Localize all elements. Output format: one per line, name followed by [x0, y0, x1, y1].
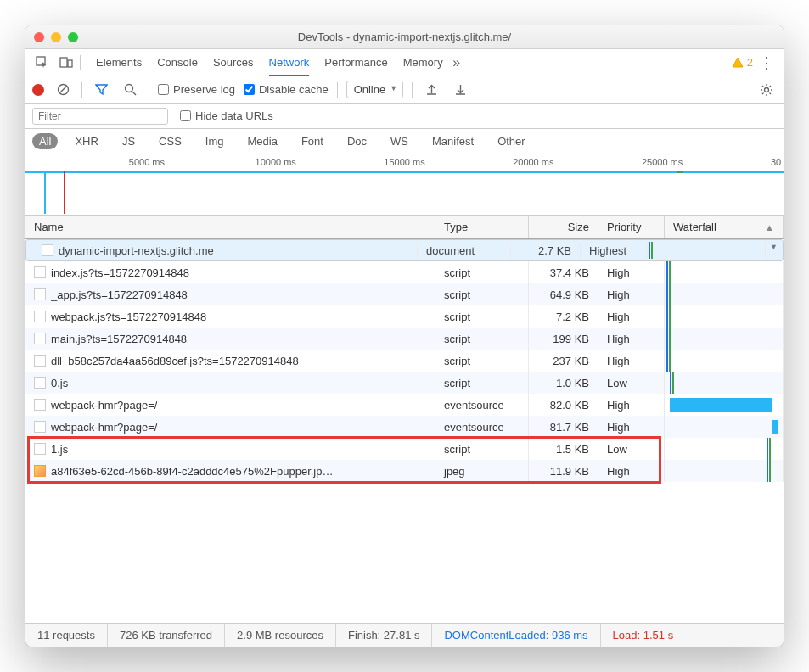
- table-row[interactable]: dll_b58c257da4aa56d89cef.js?ts=157227091…: [25, 350, 784, 372]
- request-priority: High: [598, 350, 665, 372]
- record-button[interactable]: [32, 84, 44, 96]
- table-row[interactable]: _app.js?ts=1572270914848script64.9 KBHig…: [25, 283, 784, 305]
- more-tabs-icon[interactable]: »: [447, 53, 467, 73]
- image-file-icon: [34, 465, 46, 477]
- table-row[interactable]: dynamic-import-nextjs.glitch.medocument2…: [25, 239, 784, 261]
- type-filter-js[interactable]: JS: [115, 133, 142, 149]
- disable-cache-checkbox[interactable]: Disable cache: [244, 83, 329, 96]
- request-type: document: [418, 242, 511, 259]
- warnings-count: 2: [747, 56, 753, 69]
- request-type: script: [435, 283, 529, 305]
- status-resources: 2.9 MB resources: [225, 624, 336, 647]
- table-row[interactable]: webpack-hmr?page=/eventsource81.7 KBHigh: [25, 416, 784, 438]
- filter-input[interactable]: [32, 108, 168, 125]
- tab-performance[interactable]: Performance: [324, 49, 387, 76]
- throttling-select[interactable]: Online: [346, 81, 404, 98]
- header-waterfall[interactable]: Waterfall▲: [665, 216, 784, 238]
- timeline-graph: [25, 171, 784, 214]
- request-size: 11.9 KB: [529, 460, 598, 482]
- timeline-overview[interactable]: 5000 ms10000 ms15000 ms20000 ms25000 ms3…: [25, 154, 784, 216]
- request-name: webpack.js?ts=1572270914848: [51, 311, 206, 323]
- request-waterfall: [665, 305, 784, 328]
- header-name[interactable]: Name: [25, 216, 435, 238]
- type-filter-doc[interactable]: Doc: [340, 133, 374, 149]
- table-row[interactable]: a84f63e5-62cd-456b-89f4-c2adddc4e575%2Fp…: [25, 460, 784, 482]
- table-row[interactable]: index.js?ts=1572270914848script37.4 KBHi…: [25, 261, 784, 283]
- filter-icon[interactable]: [91, 80, 111, 100]
- preserve-log-checkbox[interactable]: Preserve log: [158, 83, 235, 96]
- request-type: script: [435, 328, 529, 350]
- divider: [80, 55, 81, 70]
- file-icon: [34, 443, 46, 455]
- table-row[interactable]: 0.jsscript1.0 KBLow: [25, 372, 784, 394]
- network-toolbar: Preserve log Disable cache Online: [25, 76, 784, 104]
- status-load: Load: 1.51 s: [601, 624, 686, 647]
- tab-network[interactable]: Network: [269, 50, 310, 76]
- tab-console[interactable]: Console: [157, 49, 198, 76]
- hide-data-urls-checkbox[interactable]: Hide data URLs: [180, 109, 273, 122]
- status-requests: 11 requests: [25, 624, 108, 647]
- tab-elements[interactable]: Elements: [96, 49, 142, 76]
- device-toggle-icon[interactable]: [56, 53, 76, 73]
- file-icon: [34, 377, 46, 389]
- type-filter-img[interactable]: Img: [199, 133, 231, 149]
- request-priority: High: [598, 261, 665, 283]
- request-name: dynamic-import-nextjs.glitch.me: [59, 244, 214, 257]
- upload-har-icon[interactable]: [421, 80, 441, 100]
- request-size: 1.0 KB: [529, 372, 598, 394]
- tab-memory[interactable]: Memory: [403, 49, 443, 76]
- clear-icon[interactable]: [53, 80, 73, 100]
- request-priority: High: [598, 283, 665, 305]
- request-type: script: [435, 261, 529, 283]
- request-waterfall: [665, 438, 784, 460]
- request-type: jpeg: [435, 460, 529, 482]
- type-filter-other[interactable]: Other: [491, 133, 532, 149]
- file-icon: [34, 399, 46, 411]
- type-filter-all[interactable]: All: [32, 133, 58, 149]
- table-row[interactable]: webpack-hmr?page=/eventsource82.0 KBHigh: [25, 394, 784, 416]
- request-name: main.js?ts=1572270914848: [51, 333, 187, 345]
- devtools-window: DevTools - dynamic-import-nextjs.glitch.…: [25, 25, 784, 647]
- search-icon[interactable]: [120, 80, 140, 100]
- header-size[interactable]: Size: [529, 216, 598, 238]
- inspect-icon[interactable]: [32, 53, 53, 73]
- request-size: 2.7 KB: [511, 242, 581, 259]
- svg-point-7: [765, 87, 769, 92]
- request-size: 1.5 KB: [529, 438, 598, 460]
- download-har-icon[interactable]: [450, 80, 470, 100]
- request-type: eventsource: [435, 394, 529, 416]
- request-waterfall: [665, 261, 784, 283]
- request-name: a84f63e5-62cd-456b-89f4-c2adddc4e575%2Fp…: [51, 465, 333, 478]
- request-priority: Highest: [581, 242, 647, 259]
- kebab-menu-icon[interactable]: ⋮: [756, 53, 777, 73]
- type-filter-font[interactable]: Font: [295, 133, 330, 149]
- type-filter-manifest[interactable]: Manifest: [425, 133, 480, 149]
- type-filter-media[interactable]: Media: [240, 133, 284, 149]
- file-icon: [34, 288, 46, 300]
- request-size: 7.2 KB: [529, 305, 598, 328]
- svg-line-4: [59, 86, 67, 93]
- request-priority: High: [598, 394, 665, 416]
- request-name: index.js?ts=1572270914848: [51, 266, 189, 279]
- tab-sources[interactable]: Sources: [213, 49, 254, 76]
- request-priority: Low: [598, 438, 665, 460]
- status-finish: Finish: 27.81 s: [336, 624, 433, 647]
- table-row[interactable]: 1.jsscript1.5 KBLow: [25, 438, 784, 460]
- request-waterfall: [665, 460, 784, 482]
- type-filter-css[interactable]: CSS: [152, 133, 188, 149]
- request-priority: High: [598, 460, 665, 482]
- filter-bar: Hide data URLs: [25, 104, 784, 129]
- settings-icon[interactable]: [756, 80, 777, 100]
- request-type: eventsource: [435, 416, 529, 438]
- table-row[interactable]: main.js?ts=1572270914848script199 KBHigh: [25, 328, 784, 350]
- header-priority[interactable]: Priority: [598, 216, 665, 238]
- request-waterfall: [665, 372, 784, 394]
- table-row[interactable]: webpack.js?ts=1572270914848script7.2 KBH…: [25, 305, 784, 328]
- header-type[interactable]: Type: [435, 216, 529, 238]
- request-priority: Low: [598, 372, 665, 394]
- type-filter-ws[interactable]: WS: [384, 133, 415, 149]
- warnings-badge[interactable]: 2: [732, 56, 753, 69]
- type-filter-xhr[interactable]: XHR: [68, 133, 104, 149]
- request-name: webpack-hmr?page=/: [51, 421, 157, 434]
- status-domcontentloaded: DOMContentLoaded: 936 ms: [432, 624, 600, 647]
